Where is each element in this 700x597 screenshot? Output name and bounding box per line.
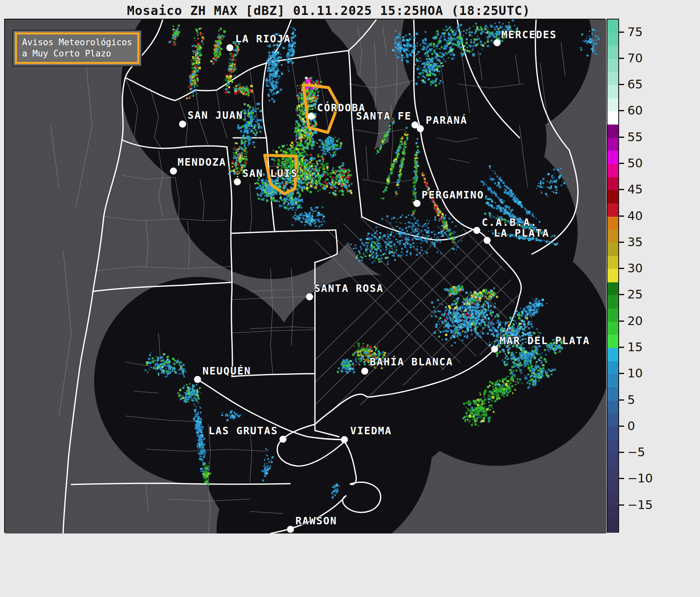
colorbar-segment bbox=[607, 374, 618, 387]
city-dot-rawson bbox=[287, 526, 294, 533]
city-dot-paran- bbox=[417, 125, 424, 132]
colorbar-tick bbox=[619, 242, 624, 243]
colorbar-tick bbox=[619, 504, 624, 506]
colorbar-tick bbox=[619, 478, 624, 479]
colorbar-tick-label: 0 bbox=[627, 419, 635, 433]
city-dot-la-plata bbox=[484, 237, 491, 244]
colorbar-segment bbox=[607, 256, 618, 269]
colorbar-tick bbox=[619, 268, 624, 269]
radar-map: LA RIOJAMERCEDESSAN JUANCÓRDOBASANTA FEP… bbox=[4, 19, 605, 533]
colorbar-segment bbox=[607, 440, 618, 453]
city-label-bah-a-blanca: BAHÍA BLANCA bbox=[370, 356, 453, 368]
colorbar-segment bbox=[607, 125, 618, 138]
reflectivity-colorbar bbox=[607, 19, 619, 533]
colorbar-tick bbox=[619, 399, 624, 401]
city-dot-viedma bbox=[341, 436, 348, 443]
colorbar-tick bbox=[619, 347, 624, 348]
city-label-las-grutas: LAS GRUTAS bbox=[208, 425, 278, 437]
colorbar-segment bbox=[607, 46, 618, 59]
city-label-san-luis: SAN LUIS bbox=[242, 167, 298, 179]
colorbar-segment bbox=[607, 164, 618, 177]
city-label-rawson: RAWSON bbox=[295, 515, 337, 527]
colorbar-segment bbox=[607, 492, 618, 506]
colorbar-segment bbox=[607, 387, 618, 401]
map-title: Mosaico ZH MAX [dBZ] 01.11.2025 15:25HOA… bbox=[0, 3, 657, 18]
colorbar-segment bbox=[607, 453, 618, 466]
colorbar-tick bbox=[619, 163, 624, 164]
colorbar-tick bbox=[619, 294, 624, 295]
colorbar-segment bbox=[607, 466, 618, 480]
colorbar-tick-label: 15 bbox=[627, 340, 643, 354]
colorbar-tick bbox=[619, 321, 624, 322]
city-label-c-a-b-a-: C.A.B.A. bbox=[482, 216, 537, 228]
colorbar-tick-label: 55 bbox=[627, 130, 643, 144]
city-label-santa-fe: SANTA FE bbox=[356, 110, 412, 122]
city-dot-san-luis bbox=[234, 179, 241, 186]
city-dot-bah-a-blanca bbox=[361, 368, 368, 375]
colorbar-segment bbox=[607, 138, 618, 151]
colorbar-tick-label: 50 bbox=[627, 156, 643, 170]
warning-legend-line1: Avisos Meteorológicos bbox=[22, 37, 132, 48]
colorbar-segment bbox=[607, 348, 618, 361]
colorbar-tick-label: 20 bbox=[627, 314, 643, 328]
colorbar-segment bbox=[607, 335, 618, 348]
colorbar-segment bbox=[607, 413, 618, 427]
colorbar-tick bbox=[619, 110, 624, 111]
city-label-santa-rosa: SANTA ROSA bbox=[314, 282, 384, 294]
colorbar-tick-label: 45 bbox=[627, 182, 643, 196]
footer-logos: Servicio Meteorológico Nacional Argentin… bbox=[0, 534, 700, 597]
colorbar-segment bbox=[607, 85, 618, 98]
colorbar-segment bbox=[607, 361, 618, 374]
colorbar-tick bbox=[619, 215, 624, 217]
colorbar-tick bbox=[619, 426, 624, 427]
colorbar-tick-label: 25 bbox=[627, 287, 643, 301]
warning-legend-border: Avisos Meteorológicos a Muy Corto Plazo bbox=[15, 32, 139, 64]
colorbar-segment bbox=[607, 203, 618, 217]
colorbar-segment bbox=[607, 33, 618, 46]
city-dot-mar-del-plata bbox=[491, 346, 498, 353]
colorbar-tick-label: 60 bbox=[627, 103, 643, 117]
colorbar-segment bbox=[607, 72, 618, 86]
colorbar-tick bbox=[619, 32, 624, 33]
city-label-la-plata: LA PLATA bbox=[494, 227, 549, 239]
city-dot-la-rioja bbox=[227, 44, 234, 51]
colorbar-segment bbox=[607, 519, 618, 532]
city-dot-neuqu-n bbox=[194, 376, 201, 383]
warning-legend-box: Avisos Meteorológicos a Muy Corto Plazo bbox=[12, 30, 142, 66]
colorbar-segment bbox=[607, 308, 618, 322]
colorbar-segment bbox=[607, 190, 618, 203]
colorbar-tick bbox=[619, 137, 624, 138]
colorbar-segment bbox=[607, 20, 618, 33]
colorbar-tick-label: 40 bbox=[627, 209, 643, 223]
colorbar-segment bbox=[607, 98, 618, 112]
city-dot-mendoza bbox=[170, 168, 177, 175]
city-dot-santa-rosa bbox=[306, 294, 313, 301]
colorbar-tick-label: 75 bbox=[627, 25, 643, 39]
warning-legend-line2: a Muy Corto Plazo bbox=[22, 48, 132, 59]
colorbar-segment bbox=[607, 506, 618, 519]
city-label-mar-del-plata: MAR DEL PLATA bbox=[500, 335, 590, 347]
colorbar-tick-label: 65 bbox=[627, 77, 643, 91]
colorbar-segment bbox=[607, 401, 618, 414]
colorbar-tick bbox=[619, 58, 624, 59]
city-label-san-juan: SAN JUAN bbox=[188, 109, 243, 121]
colorbar-segment bbox=[607, 295, 618, 308]
colorbar-tick bbox=[619, 189, 624, 190]
colorbar-segment bbox=[607, 322, 618, 335]
colorbar-segment bbox=[607, 230, 618, 243]
city-label-pergamino: PERGAMINO bbox=[422, 189, 484, 201]
colorbar-tick-label: 5 bbox=[627, 393, 635, 407]
colorbar-tick-label: 35 bbox=[627, 235, 643, 249]
colorbar-tick bbox=[619, 373, 624, 374]
colorbar-segment bbox=[607, 282, 618, 296]
radar-mosaic-screen: { "title": "Mosaico ZH MAX [dBZ] 01.11.2… bbox=[0, 0, 700, 597]
city-label-paran-: PARANÁ bbox=[426, 114, 468, 126]
city-dot-c-rdoba bbox=[308, 113, 315, 120]
city-dot-las-grutas bbox=[280, 436, 287, 443]
radar-map-svg: LA RIOJAMERCEDESSAN JUANCÓRDOBASANTA FEP… bbox=[5, 20, 606, 533]
colorbar-tick bbox=[619, 84, 624, 85]
colorbar-tick-label: −5 bbox=[627, 445, 645, 459]
colorbar-segment bbox=[607, 427, 618, 440]
colorbar-tick-label: 30 bbox=[627, 261, 643, 275]
colorbar-tick-label: −15 bbox=[627, 498, 653, 512]
